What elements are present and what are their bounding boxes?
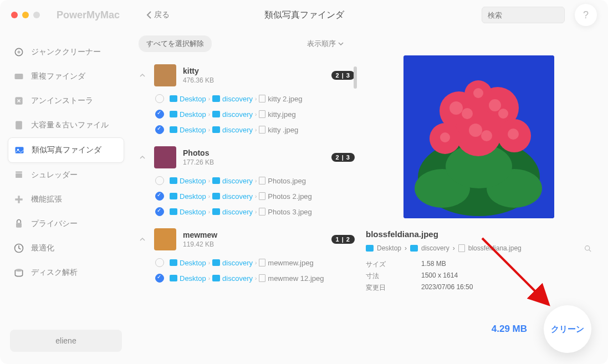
file-checkbox[interactable] <box>155 94 164 103</box>
folder-icon <box>170 111 177 117</box>
file-row[interactable]: Desktop›discovery›mewmew 12.jpeg <box>137 270 355 286</box>
privacy-icon <box>13 218 24 229</box>
file-path: Desktop›discovery›mewmew.jpeg <box>170 259 314 267</box>
sidebar-item-label: 大容量＆古いファイル <box>31 120 109 130</box>
photo-group: kitty 476.36 KB 2 | 3 Desktop›discovery›… <box>132 58 366 140</box>
file-row[interactable]: Desktop›discovery›Photos.jpeg <box>137 173 355 188</box>
search-input[interactable] <box>488 11 581 19</box>
folder-icon <box>170 275 177 281</box>
file-checkbox[interactable] <box>155 110 164 119</box>
file-row[interactable]: Desktop›discovery›Photos 2.jpeg <box>137 188 355 204</box>
file-icon <box>259 110 265 118</box>
sidebar-item-label: プライバシー <box>31 219 78 229</box>
junk-cleaner-icon <box>13 47 24 58</box>
svg-point-31 <box>440 132 450 142</box>
app-name: PowerMyMac <box>57 9 120 21</box>
file-checkbox[interactable] <box>155 192 164 201</box>
svg-point-25 <box>449 101 463 115</box>
svg-point-30 <box>481 130 492 141</box>
group-name: kitty <box>183 66 325 75</box>
sidebar-item-label: ディスク解析 <box>31 268 78 278</box>
group-header[interactable]: Photos 177.26 KB 2 | 3 <box>137 142 355 173</box>
group-size: 177.26 KB <box>183 158 325 166</box>
file-checkbox[interactable] <box>155 125 164 134</box>
preview-path: Desktop › discovery › blossfeldiana.jpeg <box>366 244 591 252</box>
user-tag[interactable]: eliene <box>10 330 122 352</box>
sidebar-item-label: 最適化 <box>31 243 54 253</box>
extensions-icon <box>13 194 24 205</box>
svg-rect-6 <box>16 121 22 130</box>
folder-icon <box>212 111 220 117</box>
sidebar-item-optimize[interactable]: 最適化 <box>8 236 124 260</box>
sort-button[interactable]: 表示順序 <box>307 39 344 49</box>
group-header[interactable]: kitty 476.36 KB 2 | 3 <box>137 60 355 91</box>
clean-button[interactable]: クリーン <box>544 305 591 353</box>
folder-icon <box>212 95 220 102</box>
group-name: Photos <box>183 148 325 157</box>
deselect-all-button[interactable]: すべてを選択解除 <box>139 35 212 52</box>
folder-icon <box>212 208 220 215</box>
back-button[interactable]: 戻る <box>146 10 170 20</box>
preview-panel: blossfeldiana.jpeg Desktop › discovery ›… <box>366 55 591 295</box>
close-window-icon[interactable] <box>11 12 18 18</box>
minimize-window-icon[interactable] <box>22 12 29 18</box>
file-checkbox[interactable] <box>155 176 164 185</box>
chevron-down-icon <box>338 42 344 46</box>
zoom-window-icon[interactable] <box>33 12 40 18</box>
file-checkbox[interactable] <box>155 274 164 283</box>
similar-photo-finder-icon <box>14 145 25 156</box>
svg-point-32 <box>508 129 519 140</box>
folder-icon <box>170 259 177 266</box>
sidebar-item-label: シュレッダー <box>31 170 78 180</box>
sidebar-item-disk-analysis[interactable]: ディスク解析 <box>8 260 124 285</box>
file-row[interactable]: Desktop›discovery›mewmew.jpeg <box>137 255 355 270</box>
file-icon <box>259 274 265 282</box>
file-row[interactable]: Desktop›discovery›kitty .jpeg <box>137 122 355 137</box>
file-row[interactable]: Desktop›discovery›Photos 3.jpeg <box>137 204 355 219</box>
photo-group: Photos 177.26 KB 2 | 3 Desktop›discovery… <box>132 140 366 222</box>
sidebar-item-junk-cleaner[interactable]: ジャンククリーナー <box>8 40 124 64</box>
window-controls[interactable] <box>11 12 40 18</box>
folder-icon <box>212 177 220 184</box>
svg-rect-10 <box>16 171 22 173</box>
group-thumbnail <box>154 146 176 168</box>
file-row[interactable]: Desktop›discovery›kitty 2.jpeg <box>137 91 355 106</box>
folder-icon <box>170 208 177 215</box>
page-title: 類似写真ファインダ <box>264 9 344 21</box>
svg-point-34 <box>585 245 590 250</box>
sidebar-item-shredder[interactable]: シュレッダー <box>8 163 124 187</box>
sidebar-item-similar-photo-finder[interactable]: 類似写真ファインダ <box>8 137 124 163</box>
collapse-icon[interactable] <box>137 70 147 80</box>
group-thumbnail <box>154 228 176 250</box>
svg-point-13 <box>15 269 22 271</box>
file-row[interactable]: Desktop›discovery›kitty.jpeg <box>137 106 355 122</box>
scrollbar[interactable] <box>354 66 357 89</box>
svg-line-35 <box>589 249 591 251</box>
sidebar-item-duplicate-finder[interactable]: 重複ファインダ <box>8 64 124 89</box>
svg-point-27 <box>489 99 501 111</box>
sidebar-item-uninstaller[interactable]: アンインストーラ <box>8 89 124 113</box>
shredder-icon <box>13 170 24 181</box>
group-size: 476.36 KB <box>183 76 325 84</box>
chevron-left-icon <box>146 11 152 19</box>
sidebar-item-extensions[interactable]: 機能拡張 <box>8 187 124 212</box>
collapse-icon[interactable] <box>137 234 147 244</box>
help-button[interactable]: ? <box>575 4 597 26</box>
file-checkbox[interactable] <box>155 258 164 267</box>
folder-icon <box>170 95 177 102</box>
sidebar-item-privacy[interactable]: プライバシー <box>8 212 124 236</box>
file-icon <box>259 259 265 266</box>
svg-rect-7 <box>16 147 24 153</box>
group-header[interactable]: mewmew 119.42 KB 1 | 2 <box>137 224 355 255</box>
collapse-icon[interactable] <box>137 152 147 162</box>
svg-rect-9 <box>16 173 22 178</box>
svg-point-28 <box>498 109 508 119</box>
reveal-icon[interactable] <box>584 245 591 252</box>
large-old-files-icon <box>13 120 24 131</box>
uninstaller-icon <box>13 95 24 106</box>
file-checkbox[interactable] <box>155 207 164 216</box>
folder-icon <box>212 259 220 266</box>
sidebar-item-large-old-files[interactable]: 大容量＆古いファイル <box>8 113 124 137</box>
file-path: Desktop›discovery›kitty 2.jpeg <box>170 95 302 103</box>
search-field[interactable] <box>482 7 565 23</box>
